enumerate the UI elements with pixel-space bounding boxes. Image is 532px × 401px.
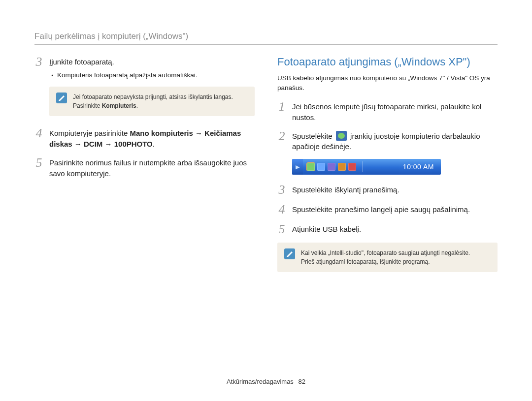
header-rule (34, 44, 498, 45)
step-body: Pasirinkite norimus failus ir nutempkite… (49, 156, 255, 179)
left-step-3: 3 Įjunkite fotoaparatą. Kompiuteris foto… (34, 56, 255, 80)
step-text: Spustelėkite iškylantį pranešimą. (292, 185, 399, 194)
note-line2-bold: Kompiuteris (102, 102, 136, 109)
section-heading: Fotoaparato atjungimas („Windows XP") (277, 56, 498, 68)
taskbar-divider (362, 161, 363, 172)
step-text: Pasirinkite norimus failus ir nutempkite… (49, 158, 247, 178)
right-column: Fotoaparato atjungimas („Windows XP") US… (277, 56, 498, 283)
tray-icon (307, 163, 315, 171)
step-text: Įjunkite fotoaparatą. (49, 58, 114, 66)
safely-remove-icon (336, 131, 347, 141)
note-line1: Kai veikia „Intelli-studio", fotoaparato… (301, 249, 470, 256)
step-body: Atjunkite USB kabelį. (292, 223, 498, 235)
step-text: Spustelėkite pranešimo langelį apie saug… (292, 205, 470, 214)
step-number: 4 (34, 127, 43, 140)
footer-section: Atkūrimas/redagavimas (227, 378, 294, 385)
step-number: 4 (277, 203, 286, 216)
step-text-before: Spustelėkite (292, 132, 334, 140)
note-line2-prefix: Pasirinkite (73, 102, 102, 109)
note-icon (284, 248, 295, 259)
taskbar-screenshot: ▶ 10:00 AM (292, 159, 441, 175)
step-body: Kompiuteryje pasirinkite Mano kompiuteri… (49, 127, 255, 150)
step-body: Spustelėkite iškylantį pranešimą. (292, 184, 498, 195)
tray-icon (328, 163, 335, 171)
step-text: Atjunkite USB kabelį. (292, 225, 361, 233)
note-text: Kai veikia „Intelli-studio", fotoaparato… (301, 248, 470, 266)
step-number: 1 (277, 100, 286, 113)
step-number: 5 (277, 223, 286, 236)
taskbar-tray-icons (303, 163, 360, 171)
step-body: Spustelėkite pranešimo langelį apie saug… (292, 203, 498, 215)
step-text-before: Kompiuteryje pasirinkite (49, 129, 130, 137)
right-step-2: 2 Spustelėkite įrankių juostoje kompiute… (277, 130, 498, 153)
footer-page-number: 82 (298, 378, 305, 385)
tray-icon (317, 163, 325, 171)
taskbar-clock: 10:00 AM (396, 163, 441, 171)
tray-icon (348, 163, 356, 171)
page-header-title: Failų perkėlimas į kompiuterį („Windows"… (34, 31, 498, 41)
step-subtext: Kompiuteris fotoaparatą atpažįsta automa… (51, 70, 255, 80)
page-footer: Atkūrimas/redagavimas 82 (0, 378, 532, 385)
note-line2-suffix: . (136, 102, 138, 109)
note-line1: Jei fotoaparato nepavyksta prijungti, at… (73, 93, 233, 100)
step-text-after: . (153, 140, 155, 148)
note-icon (56, 93, 67, 103)
left-note-box: Jei fotoaparato nepavyksta prijungti, at… (49, 87, 255, 116)
step-number: 3 (277, 184, 286, 196)
step-number: 5 (34, 156, 43, 169)
left-step-5: 5 Pasirinkite norimus failus ir nutempki… (34, 156, 255, 179)
step-body: Spustelėkite įrankių juostoje kompiuteri… (292, 130, 498, 153)
right-step-3: 3 Spustelėkite iškylantį pranešimą. (277, 184, 498, 196)
step-body: Įjunkite fotoaparatą. Kompiuteris fotoap… (49, 56, 255, 80)
step-number: 3 (34, 56, 43, 68)
note-text: Jei fotoaparato nepavyksta prijungti, at… (73, 93, 233, 110)
tray-icon (338, 163, 346, 171)
right-note-box: Kai veikia „Intelli-studio", fotoaparato… (277, 243, 498, 272)
right-step-1: 1 Jei būsenos lemputė jūsų fotoaparate m… (277, 100, 498, 123)
taskbar-expand-arrow-icon: ▶ (292, 159, 303, 175)
left-step-4: 4 Kompiuteryje pasirinkite Mano kompiute… (34, 127, 255, 150)
intro-paragraph: USB kabelio atjungimas nuo kompiuterio s… (277, 73, 498, 93)
right-step-5: 5 Atjunkite USB kabelį. (277, 223, 498, 236)
step-number: 2 (277, 130, 286, 143)
step-body: Jei būsenos lemputė jūsų fotoaparate mir… (292, 100, 498, 123)
step-text: Jei būsenos lemputė jūsų fotoaparate mir… (292, 102, 481, 122)
left-column: 3 Įjunkite fotoaparatą. Kompiuteris foto… (34, 56, 255, 283)
note-line2: Prieš atjungdami fotoaparatą, išjunkite … (301, 258, 430, 265)
right-step-4: 4 Spustelėkite pranešimo langelį apie sa… (277, 203, 498, 216)
